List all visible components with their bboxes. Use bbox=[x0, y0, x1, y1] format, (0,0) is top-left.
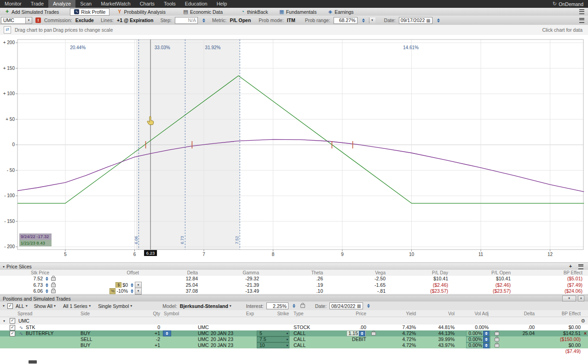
tab-fundamentals[interactable]: Fundamentals bbox=[276, 8, 321, 15]
qty-cell[interactable]: 0 bbox=[127, 324, 162, 330]
lock-icon[interactable] bbox=[51, 290, 56, 293]
vol-adj-input[interactable]: 0.00% bbox=[466, 330, 490, 336]
collapse-icon[interactable] bbox=[3, 265, 5, 269]
lock-icon[interactable] bbox=[495, 338, 499, 341]
all-filter[interactable]: ALL bbox=[16, 303, 28, 309]
prob-range-dropdown[interactable] bbox=[369, 17, 375, 23]
price-cell[interactable]: DEBIT bbox=[327, 336, 368, 342]
position-row-butterfly[interactable]: BUTTERFLY BUY +1 UMC 20 JAN 23 5 CALL 1.… bbox=[0, 330, 588, 337]
exp-cell[interactable]: 20 JAN 23 bbox=[211, 336, 256, 342]
chart-line-icon[interactable] bbox=[19, 330, 23, 336]
menu-education[interactable]: Education bbox=[180, 0, 212, 8]
symbol-select[interactable]: UMC bbox=[1, 17, 32, 24]
horizontal-scrollbar-thumb[interactable] bbox=[29, 360, 37, 364]
symbol-group-row[interactable]: UMC bbox=[0, 317, 588, 325]
type-cell[interactable]: CALL bbox=[291, 336, 327, 342]
positions-date-stepper[interactable] bbox=[367, 304, 371, 308]
slice-price-stepper[interactable] bbox=[45, 289, 49, 293]
tab-earnings[interactable]: Earnings bbox=[324, 8, 357, 15]
row-checkbox[interactable] bbox=[10, 331, 15, 336]
spread-cell[interactable]: BUTTERFLY bbox=[26, 330, 76, 336]
exp-cell[interactable]: 20 JAN 23 bbox=[211, 330, 256, 336]
position-leg-row[interactable]: SELL -2 UMC 20 JAN 23 7.5 CALL DEBIT 4.7… bbox=[0, 336, 588, 343]
lock-icon[interactable] bbox=[51, 284, 56, 287]
menu-help[interactable]: Help bbox=[212, 0, 232, 8]
menu-trade[interactable]: Trade bbox=[26, 0, 48, 8]
tab-probability-analysis[interactable]: Probability Analysis bbox=[113, 8, 169, 15]
metric-value[interactable]: P/L Open bbox=[230, 17, 251, 23]
collapse-icon[interactable] bbox=[3, 304, 5, 308]
slice-price-value[interactable]: 6.06 bbox=[34, 288, 43, 294]
menu-monitor[interactable]: Monitor bbox=[0, 0, 26, 8]
commission-value[interactable]: Exclude bbox=[75, 17, 94, 23]
prob-mode-value[interactable]: ITM bbox=[287, 17, 295, 23]
date-stepper[interactable] bbox=[437, 18, 441, 23]
price-input[interactable]: 1.15 bbox=[346, 330, 366, 336]
collapse-icon[interactable] bbox=[3, 319, 5, 323]
remove-row-button[interactable] bbox=[584, 330, 587, 336]
lock-icon[interactable] bbox=[51, 277, 56, 281]
offset-stepper[interactable] bbox=[130, 289, 134, 293]
strike-select[interactable]: 7.5 bbox=[257, 336, 289, 342]
tab-economic-data[interactable]: Economic Data bbox=[179, 8, 226, 15]
type-cell[interactable]: CALL bbox=[291, 342, 327, 348]
show-all-dropdown[interactable]: Show All bbox=[34, 303, 56, 309]
model-dropdown[interactable]: Bjerksund-Stensland bbox=[180, 303, 231, 309]
panel-resize-icon[interactable] bbox=[4, 26, 11, 34]
alert-icon[interactable] bbox=[35, 17, 41, 23]
chart-line-icon[interactable] bbox=[19, 324, 23, 330]
ondemand-button[interactable]: OnDemand bbox=[548, 0, 588, 8]
add-slice-button[interactable] bbox=[567, 264, 574, 269]
slice-price-value[interactable]: 7.52 bbox=[34, 276, 43, 282]
type-cell[interactable]: CALL bbox=[291, 330, 327, 336]
row-checkbox[interactable] bbox=[10, 325, 15, 330]
exp-cell[interactable]: 20 JAN 23 bbox=[211, 342, 256, 348]
lock-icon[interactable] bbox=[300, 304, 305, 308]
prob-range-stepper[interactable] bbox=[362, 18, 366, 23]
menu-tools[interactable]: Tools bbox=[159, 0, 180, 8]
side-cell[interactable]: BUY bbox=[76, 330, 127, 336]
offset-dropdown[interactable] bbox=[135, 288, 142, 295]
group-checkbox[interactable] bbox=[10, 318, 15, 324]
position-leg-row[interactable]: BUY +1 UMC 20 JAN 23 10 CALL 4.72% 43.97… bbox=[0, 342, 588, 349]
interest-input[interactable]: 2.25% bbox=[266, 302, 288, 309]
lock-icon[interactable] bbox=[495, 332, 499, 336]
toolbar-menu-icon[interactable] bbox=[579, 9, 584, 14]
risk-profile-plot[interactable]: 6.066.737.52+ 200+ 150+ 100+ 500- 50- 10… bbox=[0, 35, 588, 262]
strike-select[interactable]: 5 bbox=[257, 330, 289, 336]
vol-adj-input[interactable]: 0.00% bbox=[466, 342, 490, 348]
offset-stepper[interactable] bbox=[130, 283, 134, 287]
vol-adj-input[interactable]: 0.00% bbox=[466, 336, 490, 342]
qty-cell[interactable]: -2 bbox=[127, 336, 162, 342]
menu-analyze[interactable]: Analyze bbox=[48, 0, 75, 8]
lock-icon[interactable] bbox=[371, 332, 376, 336]
series-dropdown[interactable]: All 1 Series bbox=[63, 303, 91, 309]
prob-range-input[interactable]: 68.27% bbox=[334, 17, 357, 24]
position-row-stock[interactable]: STK 0 UMC STOCK .00 7.43% 44.81% 0.00% .… bbox=[0, 324, 588, 330]
menu-charts[interactable]: Charts bbox=[135, 0, 159, 8]
menu-scan[interactable]: Scan bbox=[75, 0, 96, 8]
step-stepper[interactable] bbox=[202, 18, 206, 23]
step-input[interactable]: N/A bbox=[175, 17, 198, 24]
risk-profile-chart[interactable]: 6.066.737.52+ 200+ 150+ 100+ 500- 50- 10… bbox=[0, 35, 588, 262]
lock-icon[interactable] bbox=[495, 344, 499, 347]
date-input[interactable]: 09/17/2022 bbox=[399, 17, 432, 24]
slice-price-stepper[interactable] bbox=[45, 283, 49, 287]
offset-value[interactable]: -10% bbox=[116, 288, 128, 294]
offset-mode-badge[interactable]: % bbox=[110, 288, 115, 294]
lines-value[interactable]: +1 @ Expiration bbox=[117, 17, 153, 23]
interest-stepper[interactable] bbox=[292, 304, 296, 308]
strike-select[interactable]: 10 bbox=[257, 342, 289, 348]
tab-risk-profile[interactable]: Risk Profile bbox=[70, 8, 110, 16]
symbol-mode-dropdown[interactable]: Single Symbol bbox=[98, 303, 132, 309]
add-simulated-trades-button[interactable]: Add Simulated Trades bbox=[1, 8, 63, 15]
positions-close-button[interactable] bbox=[578, 296, 584, 301]
side-cell[interactable]: SELL bbox=[76, 336, 127, 342]
positions-collapse-button[interactable] bbox=[562, 296, 576, 301]
positions-date-input[interactable]: 08/24/2022 bbox=[329, 302, 363, 309]
qty-cell[interactable]: +1 bbox=[127, 342, 162, 348]
qty-cell[interactable]: +1 bbox=[127, 330, 162, 336]
menu-marketwatch[interactable]: MarketWatch bbox=[96, 0, 135, 8]
qty-stepper[interactable] bbox=[163, 330, 171, 336]
tab-thinkback[interactable]: thinkBack bbox=[236, 8, 272, 15]
